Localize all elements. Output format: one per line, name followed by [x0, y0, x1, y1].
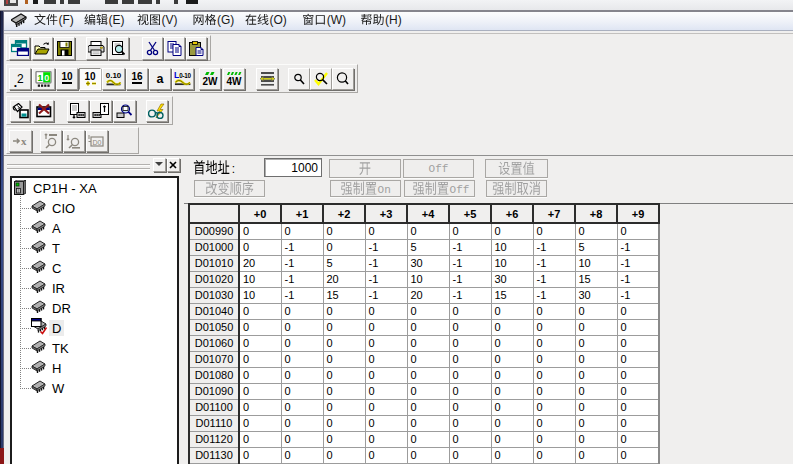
svg-text:(O): (O) [270, 13, 287, 27]
svg-text:(E): (E) [109, 13, 125, 27]
svg-text:(F): (F) [59, 13, 74, 27]
svg-text:Off: Off [450, 184, 470, 196]
svg-text:(V): (V) [162, 13, 178, 27]
svg-text::: : [232, 162, 235, 176]
svg-text:On: On [378, 184, 391, 196]
svg-text:(G): (G) [217, 13, 234, 27]
svg-text:(H): (H) [385, 13, 402, 27]
svg-text:(W): (W) [327, 13, 346, 27]
svg-text:Off: Off [429, 163, 449, 175]
